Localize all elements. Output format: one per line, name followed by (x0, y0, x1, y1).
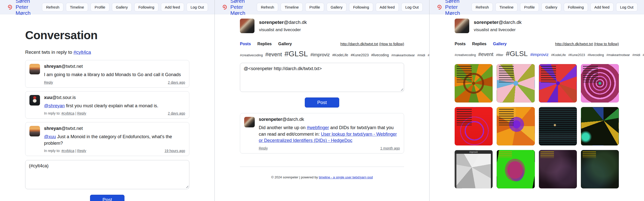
nav-profile-button[interactable]: Profile (520, 3, 539, 12)
body-link[interactable]: @shreyan (44, 103, 65, 108)
brand-link[interactable]: Søren Peter Mørch (436, 0, 471, 16)
gallery-image-magenta-rings-teal-core[interactable] (581, 64, 619, 103)
nav-refresh-button[interactable]: Refresh (257, 3, 278, 12)
post-button[interactable]: Post (90, 195, 124, 201)
tab-replies[interactable]: Replies (472, 42, 487, 46)
nav-gallery-button[interactable]: Gallery (112, 3, 132, 12)
tag-midi[interactable]: #midi (632, 53, 640, 57)
tag-improviz[interactable]: #improviz (311, 52, 330, 57)
post-button[interactable]: Post (305, 97, 339, 108)
tag-creativecoding[interactable]: #creativecoding (455, 53, 476, 57)
nav-add-feed-button[interactable]: Add feed (590, 3, 614, 12)
nav-gallery-button[interactable]: Gallery (541, 3, 562, 12)
tab-posts[interactable]: Posts (455, 42, 466, 46)
profile-tabs: PostsRepliesGalleryhttp://darch.dk/twtxt… (240, 42, 404, 46)
tag-improviz[interactable]: #improviz (530, 52, 549, 57)
tag-event[interactable]: #event (478, 52, 493, 57)
tag-moire[interactable]: #moire (428, 53, 430, 57)
nav-profile-button[interactable]: Profile (305, 3, 324, 12)
how-to-follow-link[interactable]: (How to follow) (379, 42, 404, 46)
compose-textarea[interactable]: @<sorenpeter http://darch.dk/twtxt.txt> (240, 63, 404, 92)
nav-gallery-button[interactable]: Gallery (327, 3, 347, 12)
nav-timeline-button[interactable]: Timeline (495, 3, 518, 12)
gallery-image-red-purple-arcs[interactable] (455, 107, 493, 145)
posts-composer-slot: @<sorenpeter http://darch.dk/twtxt.txt>P… (240, 63, 404, 108)
tag-cloud: #creativecoding#event#filter#GLSL#improv… (455, 50, 619, 59)
feed-url-link[interactable]: http://darch.dk/twtxt.txt (555, 42, 593, 46)
gallery-image-dark-3d-yellow-green-scene[interactable] (581, 107, 619, 145)
timestamp-link[interactable]: 19 hours ago (164, 149, 185, 153)
gallery-image-dark-noise-curves[interactable] (581, 150, 619, 188)
brand-link[interactable]: Søren Peter Mørch (221, 0, 257, 16)
profile-host: @darch.dk (498, 20, 522, 25)
gallery-image-orange-purple-blob[interactable] (497, 107, 535, 145)
tag-moire[interactable]: #moire (643, 53, 644, 57)
gallery-image-green-magenta-wireframe[interactable] (497, 150, 535, 188)
profile-header: sorenpeter@darch.dkvisualist and livecod… (240, 19, 404, 33)
nav-log-out-button[interactable]: Log Out (401, 3, 423, 12)
meta-link[interactable]: Reply (259, 146, 268, 150)
how-to-follow-link[interactable]: (How to follow) (594, 42, 619, 46)
nav-following-button[interactable]: Following (349, 3, 373, 12)
tag-KodeLife[interactable]: #KodeLife (551, 53, 566, 57)
nav-following-button[interactable]: Following (134, 3, 158, 12)
nav-timeline-button[interactable]: Timeline (281, 3, 303, 12)
tag-midi[interactable]: #midi (417, 53, 425, 57)
meta-link[interactable]: Reply (44, 80, 53, 84)
gallery-image-grayscale-improviz-window[interactable]: improviz (455, 150, 493, 188)
conversation-lead: Recent twts in reply to #cylt4ca (25, 49, 189, 55)
nav-add-feed-button[interactable]: Add feed (161, 3, 184, 12)
tag-Kune2023[interactable]: #Kune2023 (351, 53, 369, 57)
nav-following-button[interactable]: Following (564, 3, 588, 12)
tab-replies[interactable]: Replies (257, 42, 272, 46)
nav-add-feed-button[interactable]: Add feed (376, 3, 399, 12)
tag-KodeLife[interactable]: #KodeLife (332, 53, 348, 57)
tab-gallery[interactable]: Gallery (278, 42, 292, 46)
nav-refresh-button[interactable]: Refresh (42, 3, 63, 12)
gallery-image-pink-olive-radial[interactable] (497, 64, 535, 103)
gallery-image-livecoding-performance-photo[interactable] (539, 107, 577, 145)
tag-filter[interactable]: #filter (496, 53, 503, 57)
footer-link[interactable]: timeline - a single user twtxt/yarn pod (319, 175, 373, 179)
body-link[interactable]: #webfinger (307, 125, 329, 130)
timestamp-link[interactable]: 1 month ago (380, 146, 400, 150)
meta-link[interactable]: Reply (77, 149, 86, 153)
meta-link[interactable]: Reply (77, 111, 86, 115)
twt-card: shreyan@twtxt.net@xuu Just a Monoid in t… (25, 122, 189, 156)
tag-creativecoding[interactable]: #creativecoding (240, 53, 263, 57)
brand-link[interactable]: Søren Peter Mørch (7, 0, 42, 16)
tab-gallery[interactable]: Gallery (493, 42, 507, 46)
gallery-image-dark-purple-mesh[interactable] (539, 150, 577, 188)
feed-url-link[interactable]: http://darch.dk/twtxt.txt (340, 42, 378, 46)
tag-GLSL[interactable]: #GLSL (284, 49, 308, 58)
tag-Kune2023[interactable]: #Kune2023 (568, 53, 585, 57)
gallery-image-orange-green-mandala[interactable] (455, 64, 493, 103)
tag-livecoding[interactable]: #livecoding (587, 53, 604, 57)
nav-profile-button[interactable]: Profile (91, 3, 109, 12)
tab-posts[interactable]: Posts (240, 42, 251, 46)
timestamp-link[interactable]: 2 days ago (168, 111, 185, 115)
nav-timeline-button[interactable]: Timeline (66, 3, 88, 12)
twt-card: xuu@txt.sour.is@shreyan first you must c… (25, 91, 189, 119)
timestamp-link[interactable]: 2 days ago (168, 80, 185, 84)
app: Søren Peter MørchRefreshTimelineProfileG… (0, 0, 644, 201)
gallery-grid: improviz (455, 64, 619, 188)
nav-log-out-button[interactable]: Log Out (187, 3, 208, 12)
nav-refresh-button[interactable]: Refresh (471, 3, 493, 12)
meta-link[interactable]: #cylt4ca (61, 149, 74, 153)
spiral-logo-icon (436, 4, 443, 10)
nav-log-out-button[interactable]: Log Out (616, 3, 637, 12)
tag-GLSL[interactable]: #GLSL (506, 50, 528, 58)
body-link[interactable]: @xuu (44, 134, 56, 139)
tag-livecoding[interactable]: #livecoding (371, 53, 389, 57)
gallery-image-red-purple-radial[interactable] (539, 64, 577, 103)
thread-tag-link[interactable]: #cylt4ca (73, 49, 91, 55)
author-host: @twtxt.net (61, 64, 83, 69)
tag-event[interactable]: #event (265, 51, 282, 58)
twt-card-main: shreyan@twtxt.netI am going to make a li… (44, 64, 185, 84)
compose-textarea[interactable]: (#cylt4ca) (25, 160, 189, 189)
meta-link[interactable]: #cylt4ca (61, 111, 74, 115)
tag-makeartnotwar[interactable]: #makeartnotwar (391, 53, 415, 57)
brand-name: Søren Peter Mørch (445, 0, 471, 16)
tag-makeartnotwar[interactable]: #makeartnotwar (607, 53, 630, 57)
